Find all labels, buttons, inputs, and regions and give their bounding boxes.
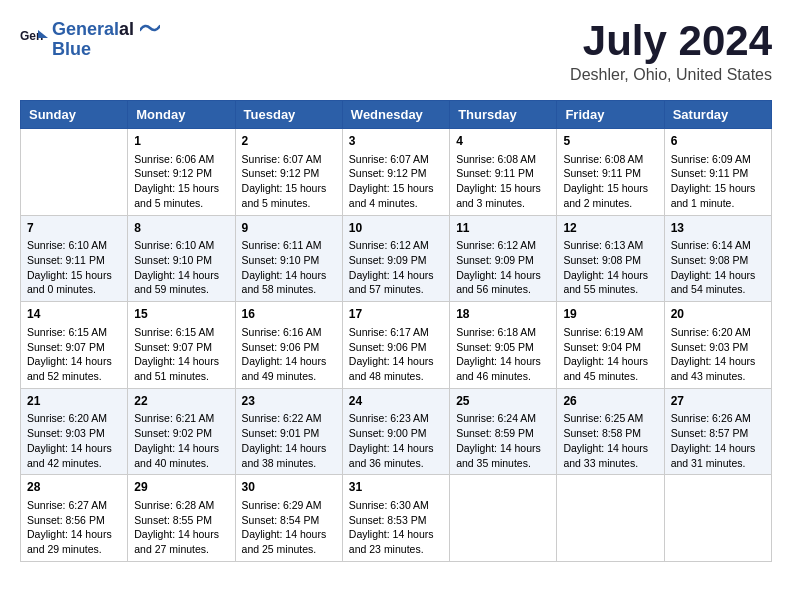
logo-icon: Gen (20, 26, 48, 54)
sunset-text: Sunset: 8:53 PM (349, 514, 427, 526)
sunset-text: Sunset: 9:12 PM (242, 167, 320, 179)
daylight-text: Daylight: 14 hours and 52 minutes. (27, 355, 112, 382)
calendar-cell: 14Sunrise: 6:15 AMSunset: 9:07 PMDayligh… (21, 302, 128, 389)
calendar-cell: 10Sunrise: 6:12 AMSunset: 9:09 PMDayligh… (342, 215, 449, 302)
day-number: 22 (134, 393, 228, 410)
day-number: 14 (27, 306, 121, 323)
sunset-text: Sunset: 9:02 PM (134, 427, 212, 439)
sunset-text: Sunset: 9:06 PM (242, 341, 320, 353)
day-header-tuesday: Tuesday (235, 101, 342, 129)
day-number: 16 (242, 306, 336, 323)
sunset-text: Sunset: 9:05 PM (456, 341, 534, 353)
day-number: 29 (134, 479, 228, 496)
calendar-week-row: 14Sunrise: 6:15 AMSunset: 9:07 PMDayligh… (21, 302, 772, 389)
calendar-cell (664, 475, 771, 562)
sunrise-text: Sunrise: 6:06 AM (134, 153, 214, 165)
daylight-text: Daylight: 14 hours and 49 minutes. (242, 355, 327, 382)
daylight-text: Daylight: 14 hours and 56 minutes. (456, 269, 541, 296)
sunset-text: Sunset: 9:07 PM (134, 341, 212, 353)
sunset-text: Sunset: 8:55 PM (134, 514, 212, 526)
daylight-text: Daylight: 14 hours and 29 minutes. (27, 528, 112, 555)
logo: Gen Generalal Blue (20, 20, 160, 60)
calendar-cell (557, 475, 664, 562)
day-number: 3 (349, 133, 443, 150)
sunset-text: Sunset: 9:12 PM (134, 167, 212, 179)
sunrise-text: Sunrise: 6:13 AM (563, 239, 643, 251)
calendar-cell: 26Sunrise: 6:25 AMSunset: 8:58 PMDayligh… (557, 388, 664, 475)
sunset-text: Sunset: 9:08 PM (671, 254, 749, 266)
sunrise-text: Sunrise: 6:19 AM (563, 326, 643, 338)
daylight-text: Daylight: 14 hours and 40 minutes. (134, 442, 219, 469)
calendar-week-row: 7Sunrise: 6:10 AMSunset: 9:11 PMDaylight… (21, 215, 772, 302)
daylight-text: Daylight: 14 hours and 25 minutes. (242, 528, 327, 555)
sunset-text: Sunset: 9:11 PM (27, 254, 105, 266)
month-title: July 2024 (570, 20, 772, 62)
sunrise-text: Sunrise: 6:12 AM (456, 239, 536, 251)
daylight-text: Daylight: 14 hours and 45 minutes. (563, 355, 648, 382)
calendar-cell: 2Sunrise: 6:07 AMSunset: 9:12 PMDaylight… (235, 129, 342, 216)
calendar-cell: 21Sunrise: 6:20 AMSunset: 9:03 PMDayligh… (21, 388, 128, 475)
calendar-week-row: 1Sunrise: 6:06 AMSunset: 9:12 PMDaylight… (21, 129, 772, 216)
day-number: 20 (671, 306, 765, 323)
daylight-text: Daylight: 14 hours and 58 minutes. (242, 269, 327, 296)
calendar-week-row: 21Sunrise: 6:20 AMSunset: 9:03 PMDayligh… (21, 388, 772, 475)
sunset-text: Sunset: 9:11 PM (671, 167, 749, 179)
calendar-cell: 4Sunrise: 6:08 AMSunset: 9:11 PMDaylight… (450, 129, 557, 216)
sunset-text: Sunset: 8:58 PM (563, 427, 641, 439)
logo-bird-icon (140, 23, 160, 37)
daylight-text: Daylight: 14 hours and 36 minutes. (349, 442, 434, 469)
sunrise-text: Sunrise: 6:11 AM (242, 239, 322, 251)
daylight-text: Daylight: 15 hours and 2 minutes. (563, 182, 648, 209)
calendar-cell: 11Sunrise: 6:12 AMSunset: 9:09 PMDayligh… (450, 215, 557, 302)
calendar-cell: 27Sunrise: 6:26 AMSunset: 8:57 PMDayligh… (664, 388, 771, 475)
daylight-text: Daylight: 14 hours and 54 minutes. (671, 269, 756, 296)
day-number: 8 (134, 220, 228, 237)
sunrise-text: Sunrise: 6:18 AM (456, 326, 536, 338)
daylight-text: Daylight: 14 hours and 23 minutes. (349, 528, 434, 555)
logo-text-al: al (119, 19, 134, 39)
day-number: 27 (671, 393, 765, 410)
daylight-text: Daylight: 15 hours and 1 minute. (671, 182, 756, 209)
day-number: 28 (27, 479, 121, 496)
title-area: July 2024 Deshler, Ohio, United States (570, 20, 772, 84)
calendar-cell: 6Sunrise: 6:09 AMSunset: 9:11 PMDaylight… (664, 129, 771, 216)
day-number: 19 (563, 306, 657, 323)
sunset-text: Sunset: 9:10 PM (134, 254, 212, 266)
day-number: 21 (27, 393, 121, 410)
calendar-table: SundayMondayTuesdayWednesdayThursdayFrid… (20, 100, 772, 562)
sunrise-text: Sunrise: 6:07 AM (349, 153, 429, 165)
daylight-text: Daylight: 14 hours and 35 minutes. (456, 442, 541, 469)
sunset-text: Sunset: 8:54 PM (242, 514, 320, 526)
sunrise-text: Sunrise: 6:07 AM (242, 153, 322, 165)
day-header-sunday: Sunday (21, 101, 128, 129)
daylight-text: Daylight: 14 hours and 38 minutes. (242, 442, 327, 469)
day-number: 24 (349, 393, 443, 410)
sunrise-text: Sunrise: 6:14 AM (671, 239, 751, 251)
day-number: 6 (671, 133, 765, 150)
sunrise-text: Sunrise: 6:29 AM (242, 499, 322, 511)
day-number: 15 (134, 306, 228, 323)
day-number: 23 (242, 393, 336, 410)
sunrise-text: Sunrise: 6:21 AM (134, 412, 214, 424)
sunrise-text: Sunrise: 6:27 AM (27, 499, 107, 511)
day-number: 25 (456, 393, 550, 410)
day-number: 1 (134, 133, 228, 150)
daylight-text: Daylight: 15 hours and 0 minutes. (27, 269, 112, 296)
calendar-cell: 1Sunrise: 6:06 AMSunset: 9:12 PMDaylight… (128, 129, 235, 216)
calendar-cell: 29Sunrise: 6:28 AMSunset: 8:55 PMDayligh… (128, 475, 235, 562)
daylight-text: Daylight: 14 hours and 43 minutes. (671, 355, 756, 382)
daylight-text: Daylight: 14 hours and 27 minutes. (134, 528, 219, 555)
day-number: 17 (349, 306, 443, 323)
calendar-cell: 13Sunrise: 6:14 AMSunset: 9:08 PMDayligh… (664, 215, 771, 302)
day-number: 31 (349, 479, 443, 496)
day-number: 7 (27, 220, 121, 237)
sunset-text: Sunset: 9:03 PM (671, 341, 749, 353)
sunrise-text: Sunrise: 6:30 AM (349, 499, 429, 511)
sunrise-text: Sunrise: 6:22 AM (242, 412, 322, 424)
day-header-monday: Monday (128, 101, 235, 129)
calendar-cell: 25Sunrise: 6:24 AMSunset: 8:59 PMDayligh… (450, 388, 557, 475)
daylight-text: Daylight: 14 hours and 42 minutes. (27, 442, 112, 469)
daylight-text: Daylight: 14 hours and 57 minutes. (349, 269, 434, 296)
day-number: 4 (456, 133, 550, 150)
calendar-cell (21, 129, 128, 216)
